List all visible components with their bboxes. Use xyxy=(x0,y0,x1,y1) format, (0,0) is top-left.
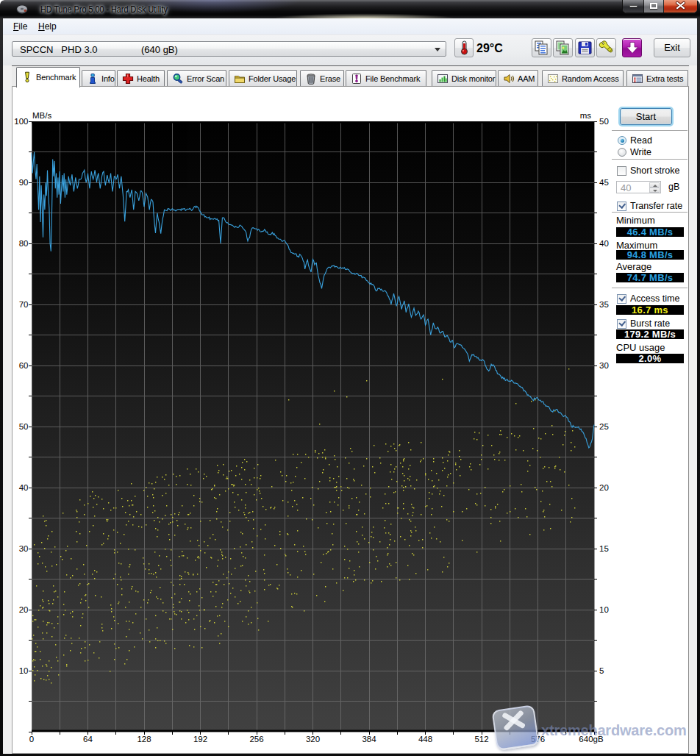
svg-text:60: 60 xyxy=(19,361,29,370)
svg-text:128: 128 xyxy=(137,735,151,743)
svg-text:10: 10 xyxy=(19,666,29,675)
svg-text:25: 25 xyxy=(599,422,609,431)
svg-text:512: 512 xyxy=(474,735,488,743)
svg-text:20: 20 xyxy=(599,483,609,492)
svg-text:15: 15 xyxy=(599,544,609,553)
svg-text:0: 0 xyxy=(29,735,34,743)
svg-text:35: 35 xyxy=(599,300,609,309)
svg-text:64: 64 xyxy=(83,735,93,743)
svg-text:5: 5 xyxy=(599,666,604,675)
svg-text:80: 80 xyxy=(19,239,29,248)
svg-text:256: 256 xyxy=(249,735,263,743)
svg-text:40: 40 xyxy=(599,239,609,248)
svg-text:448: 448 xyxy=(418,735,432,743)
svg-text:90: 90 xyxy=(19,178,29,187)
svg-text:10: 10 xyxy=(599,605,609,614)
svg-text:70: 70 xyxy=(19,300,29,309)
svg-text:384: 384 xyxy=(362,735,376,743)
svg-text:50: 50 xyxy=(599,117,609,126)
svg-text:20: 20 xyxy=(19,605,29,614)
svg-text:50: 50 xyxy=(19,422,29,431)
svg-text:30: 30 xyxy=(599,361,609,370)
svg-text:40: 40 xyxy=(19,483,29,492)
svg-text:100: 100 xyxy=(14,117,28,126)
svg-text:192: 192 xyxy=(193,735,207,743)
svg-text:30: 30 xyxy=(19,544,29,553)
svg-text:MB/s: MB/s xyxy=(32,111,51,120)
svg-text:320: 320 xyxy=(306,735,320,743)
svg-text:45: 45 xyxy=(599,178,609,187)
svg-text:ms: ms xyxy=(580,111,592,120)
